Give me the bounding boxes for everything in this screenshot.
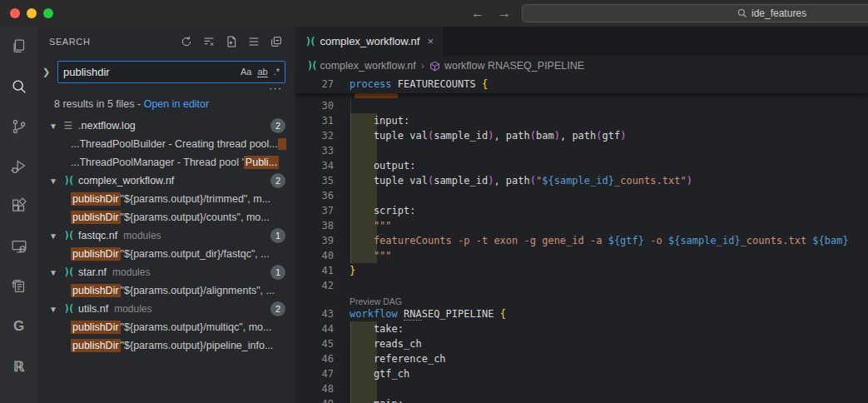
breadcrumb-symbol[interactable]: workflow RNASEQ_PIPELINE [429,60,584,72]
code-line[interactable]: 39 featureCounts -p -t exon -g gene_id -… [295,233,868,248]
activity-item-r-language[interactable]: ℝ [0,346,37,386]
nextflow-file-icon: )( [305,36,314,47]
close-window-button[interactable] [10,8,20,18]
code-line[interactable]: 44 take: [295,321,868,336]
view-as-list-button[interactable] [246,34,261,49]
regex-icon[interactable]: .* [274,67,280,77]
command-center[interactable]: ide_features [522,4,868,22]
line-number: 38 [295,218,334,233]
open-in-editor-link[interactable]: Open in editor [144,98,210,110]
indent-range-highlight [350,143,377,158]
result-file-row[interactable]: ▼☰.nextflow.log2 [37,117,295,135]
match-case-icon[interactable]: Aa [241,67,251,77]
line-number: 46 [295,351,334,366]
log-file-icon: ☰ [61,120,76,132]
file-name: star.nf [78,266,107,278]
nav-back-icon[interactable]: ← [471,6,484,21]
file-folder-annotation: modules [114,303,151,315]
file-name: fastqc.nf [78,230,117,241]
code-line[interactable]: 30 [295,98,868,113]
code-line[interactable]: 40 """ [295,248,868,263]
result-file-row[interactable]: ▼)(complex_workflow.nf2 [37,172,295,190]
code-line[interactable]: 34 output: [295,158,868,173]
nextflow-file-icon: )( [61,230,76,241]
activity-item-search[interactable] [0,67,37,107]
activity-item-explorer[interactable] [0,27,37,67]
search-icon [10,77,28,96]
match-highlight: publishDir [71,192,121,206]
activity-item-run-debug[interactable] [0,147,37,187]
chevron-down-icon[interactable]: ▼ [49,305,61,314]
activity-bar: Gℝ [0,27,37,403]
result-match-row[interactable]: publishDir "${params.output}/multiqc", m… [37,318,295,336]
code-line[interactable]: 38 """ [295,218,868,233]
chevron-down-icon[interactable]: ▼ [49,231,61,241]
clear-search-results-button[interactable] [201,34,216,49]
activity-item-remote-explorer[interactable] [0,226,37,266]
activity-item-gitlens[interactable]: G [0,306,37,346]
match-count-badge: 2 [270,173,285,188]
code-area[interactable]: 27process FEATURECOUNTS {3031 input:32 t… [295,76,868,403]
line-number: 49 [295,396,334,403]
breadcrumb-file[interactable]: )( complex_workflow.nf [307,60,416,72]
code-line[interactable]: 48 [295,381,868,396]
open-new-search-editor-button[interactable] [224,34,239,49]
tasks-icon [10,277,28,296]
code-line[interactable]: 45 reads_ch [295,336,868,351]
indent-range-highlight [350,381,377,396]
nav-forward-icon[interactable]: → [498,6,511,21]
code-line[interactable]: 37 script: [295,203,868,218]
code-line[interactable]: 47 gtf_ch [295,366,868,381]
line-number: 41 [295,263,334,278]
result-file-row[interactable]: ▼)(star.nfmodules1 [37,263,295,281]
code-line[interactable]: 32 tuple val(sample_id), path(bam), path… [295,128,868,143]
code-line[interactable]: 42 [295,278,868,293]
zoom-window-button[interactable] [43,8,53,18]
refresh-icon [180,35,193,48]
title-bar: ← → ide_features [0,0,868,27]
collapse-all-button[interactable] [269,34,284,49]
nextflow-file-icon: )( [61,175,76,187]
toggle-search-details-icon[interactable]: ··· [37,83,295,93]
chevron-down-icon[interactable]: ▼ [49,268,61,277]
code-line[interactable]: 43workflow RNASEQ_PIPELINE { [295,306,868,321]
chevron-down-icon[interactable]: ▼ [49,122,61,131]
result-match-row[interactable]: ...ThreadPoolManager - Thread pool 'Publ… [37,153,295,172]
result-match-row[interactable]: publishDir "${params.output_dir}/fastqc"… [37,245,295,263]
sticky-scroll-line[interactable]: 27process FEATURECOUNTS { [295,76,868,93]
match-highlight: publishDir [71,284,121,297]
toggle-replace-chevron-icon[interactable]: ❯ [42,67,56,77]
code-line[interactable]: 46 reference_ch [295,351,868,366]
code-line[interactable]: 31 input: [295,113,868,128]
code-line[interactable]: 35 tuple val(sample_id), path("${sample_… [295,173,868,188]
tab-close-icon[interactable]: × [425,35,435,47]
code-line[interactable]: 36 [295,188,868,203]
activity-item-task-explorer[interactable] [0,266,37,306]
activity-item-extensions[interactable] [0,187,37,226]
extensions-icon [10,197,28,216]
result-match-row[interactable]: publishDir "${params.output}/alignments"… [37,281,295,300]
chevron-down-icon[interactable]: ▼ [49,177,61,186]
search-results-tree: ▼☰.nextflow.log2...ThreadPoolBuilder - C… [37,117,295,355]
whole-word-icon[interactable]: ab [257,67,267,77]
search-input[interactable] [58,66,241,78]
refresh-button[interactable] [179,34,194,49]
result-file-row[interactable]: ▼)(utils.nfmodules2 [37,300,295,318]
code-line[interactable]: 41} [295,263,868,278]
code-line[interactable]: 33 [295,143,868,158]
result-match-row[interactable]: ...ThreadPoolBuilder - Creating thread p… [37,135,295,153]
minimize-window-button[interactable] [27,8,37,18]
tab-complex-workflow[interactable]: )( complex_workflow.nf × [295,27,444,56]
nextflow-file-icon: )( [61,266,76,278]
match-highlight: Publi... [244,156,279,169]
nextflow-file-icon: )( [61,303,76,315]
match-highlight: publishDir [71,211,121,224]
search-icon [737,8,747,18]
result-match-row[interactable]: publishDir "${params.output}/counts", mo… [37,208,295,226]
result-match-row[interactable]: publishDir "${params.output}/trimmed", m… [37,190,295,208]
breadcrumb: )( complex_workflow.nf › workflow RNASEQ… [295,56,868,76]
code-line[interactable]: 49 main: [295,396,868,403]
result-file-row[interactable]: ▼)(fastqc.nfmodules1 [37,226,295,245]
activity-item-source-control[interactable] [0,107,37,147]
result-match-row[interactable]: publishDir "${params.output}/pipeline_in… [37,336,295,355]
